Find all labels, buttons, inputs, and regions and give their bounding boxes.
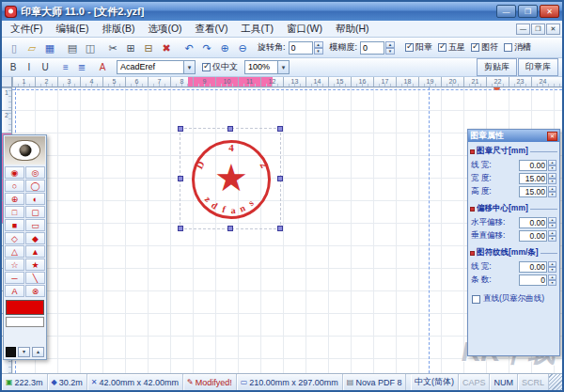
selection-handle-ne[interactable] xyxy=(277,126,283,132)
font-combo-value[interactable]: AcadEref xyxy=(117,60,184,74)
star-outline-tool[interactable]: ☆ xyxy=(5,259,24,271)
spin-down-icon[interactable]: ▾ xyxy=(548,165,556,171)
rect-tool[interactable]: ▭ xyxy=(25,219,45,231)
open-icon[interactable]: ▱ xyxy=(24,39,40,56)
bold-icon[interactable]: B xyxy=(6,60,21,75)
diamond-tool[interactable]: ◇ xyxy=(5,232,24,244)
redo-icon[interactable]: ↷ xyxy=(198,39,215,56)
symbol-tool[interactable]: ⊗ xyxy=(25,285,45,297)
star-tool[interactable]: ★ xyxy=(25,259,45,271)
menu-tools[interactable]: 工具(T) xyxy=(235,22,280,37)
blur-down-icon[interactable]: ▾ xyxy=(385,48,395,55)
symbol-line-count-field[interactable]: 0 xyxy=(519,274,547,286)
resize-grip[interactable] xyxy=(549,374,562,390)
horizontal-offset-field[interactable]: 0.00 xyxy=(519,217,547,228)
filled-square-tool[interactable]: ■ xyxy=(5,219,24,231)
symbol-line-width-field[interactable]: 0.00 xyxy=(519,261,547,273)
checkbox-box[interactable] xyxy=(405,43,414,52)
close-button[interactable]: ✕ xyxy=(540,5,559,18)
mdi-minimize-button[interactable]: — xyxy=(516,24,530,35)
spin-down-icon[interactable]: ▾ xyxy=(548,236,556,242)
spin-down-icon[interactable]: ▾ xyxy=(548,267,556,273)
cut-icon[interactable]: ✂ xyxy=(104,39,121,56)
blur-up-icon[interactable]: ▴ xyxy=(385,41,395,48)
selection-box[interactable]: ★ 4 D 2 z d f a n s xyxy=(180,128,281,229)
chevron-down-icon[interactable]: ▾ xyxy=(278,60,290,74)
palette-option-button[interactable]: ▴ xyxy=(32,347,44,357)
spin-down-icon[interactable]: ▾ xyxy=(548,223,556,228)
vertical-offset-field[interactable]: 0.00 xyxy=(519,230,547,242)
spin-down-icon[interactable]: ▾ xyxy=(548,192,556,197)
check-yang-stamp[interactable]: 阳章 xyxy=(405,41,432,54)
diagonal-line-tool[interactable]: ╲ xyxy=(25,272,45,284)
check-five-star[interactable]: 五星 xyxy=(438,41,465,54)
align-center-icon[interactable]: ≣ xyxy=(74,60,89,75)
checkbox-box[interactable] xyxy=(471,43,479,52)
mdi-restore-button[interactable]: ❐ xyxy=(531,24,545,35)
save-icon[interactable]: ▦ xyxy=(41,39,58,56)
stamp-preview[interactable]: ★ 4 D 2 z d f a n s xyxy=(188,136,274,223)
rotate-angle-input[interactable] xyxy=(289,41,313,55)
print-icon[interactable]: ▤ xyxy=(64,39,81,56)
minimize-button[interactable]: — xyxy=(496,5,516,18)
circle-dot-tool[interactable]: ◉ xyxy=(5,166,24,179)
paste-icon[interactable]: ⊟ xyxy=(140,39,157,56)
selection-handle-n[interactable] xyxy=(227,126,233,132)
chinese-only-checkbox[interactable]: 仅中文 xyxy=(202,61,238,73)
checkbox-box[interactable] xyxy=(504,43,512,52)
stamp-line-width-field[interactable]: 0.00 xyxy=(519,160,547,171)
check-groove[interactable]: 消槽 xyxy=(504,41,531,54)
filled-diamond-tool[interactable]: ◆ xyxy=(25,232,45,244)
maximize-button[interactable]: ❐ xyxy=(518,5,538,18)
selection-handle-sw[interactable] xyxy=(178,226,183,231)
rounded-square-tool[interactable]: ▢ xyxy=(25,206,45,218)
triangle-tool[interactable]: △ xyxy=(5,245,24,258)
palette-option-button[interactable]: ▾ xyxy=(18,347,30,357)
square-tool[interactable]: □ xyxy=(5,206,24,218)
foreground-color-swatch[interactable] xyxy=(6,300,44,315)
selection-handle-se[interactable] xyxy=(277,226,283,231)
selection-handle-e[interactable] xyxy=(277,176,283,181)
selection-handle-s[interactable] xyxy=(227,226,233,231)
panel-title-bar[interactable]: 图章属性 ✕ xyxy=(468,130,559,142)
new-icon[interactable]: ▯ xyxy=(6,39,23,56)
cross-circle-tool[interactable]: ⊕ xyxy=(5,193,24,205)
menu-help[interactable]: 帮助(H) xyxy=(329,22,376,37)
preview-icon[interactable]: ◫ xyxy=(82,39,99,56)
double-circle-tool[interactable]: ◎ xyxy=(25,166,45,179)
delete-icon[interactable]: ✖ xyxy=(158,39,175,56)
underline-icon[interactable]: U xyxy=(38,60,53,75)
menu-view[interactable]: 查看(V) xyxy=(189,22,235,37)
menu-options[interactable]: 选项(O) xyxy=(141,22,188,37)
large-circle-tool[interactable]: ◯ xyxy=(25,180,45,192)
rotate-angle-up-icon[interactable]: ▴ xyxy=(314,41,323,48)
undo-icon[interactable]: ↶ xyxy=(180,39,197,56)
spin-down-icon[interactable]: ▾ xyxy=(548,179,556,184)
chevron-down-icon[interactable]: ▾ xyxy=(184,60,196,74)
text-tool[interactable]: A xyxy=(5,285,24,297)
half-circle-tool[interactable]: ◐ xyxy=(25,193,45,205)
clipart-library-button[interactable]: 剪贴库 xyxy=(477,58,517,76)
zoom-combo-value[interactable]: 100% xyxy=(244,60,278,74)
rotate-angle-down-icon[interactable]: ▾ xyxy=(314,48,323,55)
panel-close-icon[interactable]: ✕ xyxy=(547,132,557,141)
menu-window[interactable]: 窗口(W) xyxy=(280,22,329,37)
zoom-in-icon[interactable]: ⊕ xyxy=(216,39,233,56)
blur-input[interactable] xyxy=(360,41,384,55)
background-color-swatch[interactable] xyxy=(6,317,44,327)
align-left-icon[interactable]: ≡ xyxy=(58,60,73,75)
line-tool[interactable]: ─ xyxy=(5,272,24,284)
stamp-library-button[interactable]: 印章库 xyxy=(518,58,558,76)
italic-icon[interactable]: I xyxy=(22,60,37,75)
text-color-icon[interactable]: A xyxy=(95,60,110,75)
filled-triangle-tool[interactable]: ▲ xyxy=(25,245,45,258)
circle-tool[interactable]: ○ xyxy=(5,180,24,192)
mdi-close-button[interactable]: ✕ xyxy=(546,24,560,35)
stamp-height-field[interactable]: 15.00 xyxy=(519,186,547,197)
zoom-out-icon[interactable]: ⊖ xyxy=(234,39,251,56)
menu-typeset[interactable]: 排版(B) xyxy=(95,22,141,37)
font-combo[interactable]: AcadEref ▾ xyxy=(117,60,196,74)
selection-handle-w[interactable] xyxy=(178,176,183,181)
checkbox-box[interactable] xyxy=(472,295,480,304)
copy-icon[interactable]: ⊞ xyxy=(122,39,139,56)
